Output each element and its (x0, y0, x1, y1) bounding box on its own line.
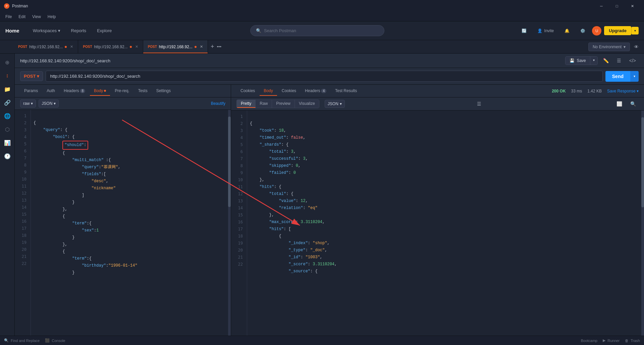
menu-help[interactable]: Help (45, 13, 59, 20)
menu-view[interactable]: View (30, 13, 44, 20)
minimize-button[interactable]: ─ (594, 0, 609, 12)
sidebar-icon-requests[interactable]: ↕ (1, 70, 13, 82)
runner-button[interactable]: ▶ Runner (603, 338, 620, 343)
docs-icon[interactable]: ☰ (614, 57, 624, 65)
split-pane: Params Auth Headers8 Body Pre-req. Tests… (15, 85, 644, 336)
request-scrollbar-thumb[interactable] (228, 117, 231, 207)
trash-icon: 🗑 (625, 339, 629, 343)
sidebar-icon-history[interactable]: 🕐 (1, 150, 13, 162)
eye-icon[interactable]: 👁 (634, 44, 639, 50)
send-button[interactable]: Send (605, 71, 630, 82)
sidebar-icon-new[interactable]: ⊕ (1, 56, 13, 68)
response-left-tabs: Cookies Body Cookies Headers4 Test Resul… (236, 86, 361, 96)
resp-view-visualize[interactable]: Visualize (295, 100, 319, 108)
resp-view-pretty[interactable]: Pretty (237, 100, 256, 108)
menu-file[interactable]: File (3, 13, 14, 20)
console-button[interactable]: ⬛ Console (45, 338, 65, 343)
format-select-raw[interactable]: raw ▾ (20, 99, 36, 108)
find-replace-icon: 🔍 (4, 338, 9, 343)
edit-icon[interactable]: ✏️ (600, 57, 611, 65)
search-box[interactable]: 🔍 Search Postman (250, 25, 384, 36)
add-tab-button[interactable]: + (211, 43, 214, 50)
sync-button[interactable]: 🔄 (518, 26, 531, 35)
filter-icon[interactable]: ☰ (474, 100, 484, 108)
nav-workspaces[interactable]: Workspaces ▾ (28, 25, 66, 36)
tab-overflow-button[interactable]: ••• (217, 44, 221, 49)
url-input[interactable] (46, 71, 602, 82)
resp-tab-headers[interactable]: Headers4 (301, 86, 330, 96)
response-status: 200 OK 33 ms 1.42 KB Save Response ▾ (552, 89, 639, 93)
close-button[interactable]: ✕ (625, 0, 640, 12)
sidebar-icon-collections[interactable]: 📁 (1, 83, 13, 95)
tab-3[interactable]: POST http://192.168.92... ✕ (143, 40, 208, 53)
tab-close-3[interactable]: ✕ (200, 45, 203, 49)
statusbar: 🔍 Find and Replace ⬛ Console Bootcamp ▶ … (0, 336, 644, 345)
save-response-button[interactable]: Save Response ▾ (607, 89, 639, 93)
response-code-content: { "took": 18, "timed_out": false, "_shar… (247, 111, 641, 336)
req-tab-params[interactable]: Params (20, 86, 42, 96)
bootcamp-button[interactable]: Bootcamp (581, 339, 598, 343)
tab-dot-1 (65, 46, 67, 48)
req-tab-tests[interactable]: Tests (134, 86, 152, 96)
format-select-json[interactable]: JSON ▾ (39, 99, 59, 108)
request-code-content[interactable]: { "query": { "bool": { "should": { "mult… (31, 110, 228, 336)
save-dropdown-button[interactable]: ▾ (590, 57, 597, 65)
response-code-editor[interactable]: 1 2 3 4 5 6 7 8 9 10 11 12 13 14 (231, 111, 644, 336)
method-select[interactable]: POST ▾ (20, 71, 43, 81)
response-format-select[interactable]: JSON ▾ (325, 100, 345, 108)
tab-1[interactable]: POST http://192.168.92... ✕ (13, 40, 78, 53)
save-button[interactable]: 💾 Save (566, 57, 590, 65)
sidebar-icon-environments[interactable]: 🌐 (1, 110, 13, 122)
status-size: 1.42 KB (587, 89, 602, 93)
upgrade-dropdown[interactable]: ▾ (631, 27, 639, 34)
maximize-button[interactable]: □ (609, 0, 625, 12)
beautify-button[interactable]: Beautify (211, 101, 225, 106)
resp-tab-cookies[interactable]: Cookies (278, 86, 300, 96)
nav-home[interactable]: Home (5, 25, 25, 36)
tab-2[interactable]: POST http://192.168.92... ✕ (78, 40, 143, 53)
menu-edit[interactable]: Edit (16, 13, 28, 20)
req-tab-body[interactable]: Body (90, 86, 110, 96)
env-selector-area: No Environment ▾ 👁 (583, 40, 644, 53)
tab-dot-2 (130, 46, 132, 48)
url-bar: http://192.168.92.140:9200/shop/_doc/_se… (15, 54, 644, 68)
nav-reports[interactable]: Reports (66, 25, 92, 36)
status-time: 33 ms (571, 89, 582, 93)
request-line: POST ▾ Send ▾ (15, 68, 644, 85)
req-tab-settings[interactable]: Settings (152, 86, 175, 96)
upgrade-button[interactable]: Upgrade (604, 26, 631, 35)
search-response-icon[interactable]: 🔍 (628, 100, 639, 108)
console-icon: ⬛ (45, 338, 50, 343)
resp-tab-cookies-left[interactable]: Cookies (236, 86, 259, 96)
code-icon[interactable]: </> (627, 57, 639, 65)
request-scrollbar[interactable] (228, 110, 231, 336)
tab-url-1: http://192.168.92... (29, 45, 63, 49)
send-dropdown-button[interactable]: ▾ (630, 71, 639, 82)
find-replace-button[interactable]: 🔍 Find and Replace (4, 338, 40, 343)
resp-view-raw[interactable]: Raw (256, 100, 272, 108)
env-select[interactable]: No Environment ▾ (588, 43, 630, 51)
tab-dot-3 (195, 46, 197, 48)
response-scrollbar-thumb[interactable] (641, 117, 644, 207)
copy-icon[interactable]: ⬜ (614, 100, 625, 108)
req-tab-auth[interactable]: Auth (43, 86, 59, 96)
content-wrapper: http://192.168.92.140:9200/shop/_doc/_se… (15, 54, 644, 336)
code-editor[interactable]: 1 2 3 4 5 6 7 8 9 10 11 12 13 14 (15, 110, 231, 336)
tab-close-1[interactable]: ✕ (70, 45, 73, 49)
notifications-button[interactable]: 🔔 (560, 26, 574, 35)
trash-button[interactable]: 🗑 Trash (625, 339, 640, 343)
sidebar-icon-monitors[interactable]: 📊 (1, 137, 13, 149)
resp-view-preview[interactable]: Preview (272, 100, 295, 108)
resp-tab-body[interactable]: Body (260, 86, 277, 96)
user-avatar[interactable]: U (592, 26, 601, 36)
invite-button[interactable]: 👤 Invite (533, 26, 558, 35)
req-tab-prereq[interactable]: Pre-req. (111, 86, 133, 96)
response-scrollbar[interactable] (641, 111, 644, 336)
settings-button[interactable]: ⚙️ (576, 26, 589, 35)
sidebar-icon-mock[interactable]: ⬡ (1, 123, 13, 135)
tab-close-2[interactable]: ✕ (135, 45, 138, 49)
resp-tab-test-results[interactable]: Test Results (331, 86, 361, 96)
nav-explore[interactable]: Explore (92, 25, 117, 36)
sidebar-icon-apis[interactable]: 🔗 (1, 96, 13, 109)
req-tab-headers[interactable]: Headers8 (60, 86, 89, 96)
